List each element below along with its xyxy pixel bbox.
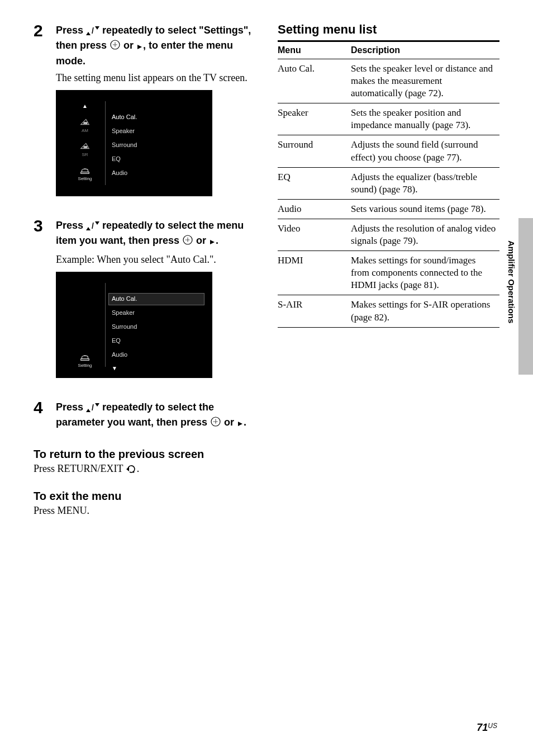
right-arrow-icon (237, 417, 244, 431)
setting-menu-table: Menu Description Auto Cal. Sets the spea… (278, 42, 499, 328)
step-2-title-pre: Press (56, 25, 86, 36)
tv1-menu-item-1: Speaker (112, 127, 137, 134)
tv1-up-arrow-icon: ▲ (82, 103, 88, 109)
side-tab-background (518, 218, 533, 375)
table-header-description: Description (351, 42, 499, 59)
tv1-menu-item-4: Audio (112, 169, 137, 176)
table-row: Speaker Sets the speaker position and im… (278, 103, 499, 135)
menu-cell: Speaker (278, 103, 351, 135)
tv2-setting-icon: Setting (78, 352, 92, 368)
svg-marker-0 (86, 32, 91, 35)
side-tab-label: Amplifier Operations (507, 240, 516, 323)
svg-point-11 (84, 168, 85, 169)
right-column: Setting menu list Menu Description Auto … (278, 22, 499, 522)
svg-marker-20 (86, 409, 91, 412)
step-2-number: 2 (34, 22, 56, 39)
return-text-post: . (137, 463, 140, 474)
tv2-menu-item-4: Audio (112, 351, 137, 358)
step-4-title-pre: Press (56, 401, 86, 413)
table-row: Video Adjusts the resolution of analog v… (278, 219, 499, 251)
table-row: Auto Cal. Sets the speaker level or dist… (278, 59, 499, 103)
exit-text: Press MENU. (34, 505, 255, 517)
desc-cell: Sets various sound items (page 78). (351, 199, 499, 219)
tv1-am-label: AM (82, 128, 88, 133)
return-text-pre: Press RETURN/EXIT (34, 463, 126, 474)
step-2-title-mid2: or (121, 40, 136, 51)
step-2: 2 Press / repeatedly to select "Settings… (34, 22, 255, 207)
right-arrow-icon (136, 40, 143, 54)
step-4-number: 4 (34, 399, 56, 416)
svg-marker-27 (126, 467, 129, 471)
page-number-suffix: US (488, 722, 497, 730)
desc-cell: Adjusts the equalizer (bass/treble sound… (351, 167, 499, 199)
tv2-menu-item-2: Surround (112, 323, 137, 330)
up-down-arrow-icon: / (86, 402, 99, 415)
table-row: Surround Adjusts the sound field (surrou… (278, 135, 499, 167)
tv1-menu-item-2: Surround (112, 141, 137, 148)
up-down-arrow-icon: / (86, 220, 99, 234)
svg-text:AM: AM (83, 122, 87, 125)
desc-cell: Adjusts the resolution of analog video s… (351, 219, 499, 251)
tv1-am-icon: AM AM (79, 117, 91, 133)
desc-cell: Adjusts the sound field (surround effect… (351, 135, 499, 167)
step-4-title-post: . (244, 417, 246, 428)
menu-cell: Surround (278, 135, 351, 167)
right-arrow-icon (209, 235, 216, 249)
tv2-menu-item-0: Auto Cal. (112, 295, 137, 302)
return-heading: To return to the previous screen (34, 448, 255, 461)
svg-marker-18 (210, 240, 215, 244)
svg-text:SR: SR (84, 146, 88, 149)
menu-cell: Audio (278, 199, 351, 219)
desc-cell: Sets the speaker position and impedance … (351, 103, 499, 135)
table-header-menu: Menu (278, 42, 351, 59)
svg-marker-1 (95, 26, 99, 30)
exit-heading: To exit the menu (34, 490, 255, 503)
tv2-down-arrow-icon: ▼ (112, 366, 117, 371)
svg-point-19 (84, 355, 85, 356)
svg-text:/: / (92, 403, 94, 412)
menu-cell: Video (278, 219, 351, 251)
tv1-menu-item-3: EQ (112, 155, 137, 162)
page-number: 71US (477, 722, 497, 734)
desc-cell: Sets the speaker level or distance and m… (351, 59, 499, 103)
step-3-title-post: . (216, 235, 218, 246)
tv-screen-1: ▲ AM AM SR SR Setting (56, 90, 212, 196)
enter-plus-icon (182, 234, 193, 249)
step-2-text: The setting menu list appears on the TV … (56, 71, 255, 84)
svg-marker-26 (238, 422, 242, 426)
step-4-title: Press / repeatedly to select the paramet… (56, 400, 255, 431)
tv2-menu-item-3: EQ (112, 337, 137, 344)
step-3-text: Example: When you select "Auto Cal.". (56, 253, 255, 266)
step-2-title: Press / repeatedly to select "Settings",… (56, 23, 255, 68)
tv1-sr-icon: SR SR (79, 141, 91, 157)
step-4-title-mid2: or (221, 417, 237, 428)
table-row: HDMI Makes settings for sound/images fro… (278, 251, 499, 295)
tv1-setting-label: Setting (78, 176, 92, 181)
table-row: EQ Adjusts the equalizer (bass/treble so… (278, 167, 499, 199)
tv2-divider (105, 283, 106, 367)
tv1-divider (105, 101, 106, 185)
tv1-menu-item-0: Auto Cal. (112, 114, 137, 120)
desc-cell: Makes settings for S-AIR operations (pag… (351, 295, 499, 327)
tv-screen-2: Setting Auto Cal. Speaker Surround EQ Au… (56, 272, 212, 378)
svg-point-28 (132, 471, 134, 472)
step-3-title: Press / repeatedly to select the menu it… (56, 219, 255, 249)
return-text: Press RETURN/EXIT . (34, 463, 255, 476)
enter-plus-icon (110, 39, 121, 54)
svg-marker-12 (86, 227, 91, 230)
svg-marker-6 (137, 45, 142, 49)
menu-cell: S-AIR (278, 295, 351, 327)
svg-text:/: / (92, 221, 94, 230)
step-3-title-pre: Press (56, 220, 86, 231)
menu-cell: HDMI (278, 251, 351, 295)
step-3: 3 Press / repeatedly to select the menu … (34, 218, 255, 389)
page-number-value: 71 (477, 722, 488, 733)
desc-cell: Makes settings for sound/images from com… (351, 251, 499, 295)
menu-cell: Auto Cal. (278, 59, 351, 103)
menu-cell: EQ (278, 167, 351, 199)
tv1-sr-label: SR (82, 152, 88, 157)
svg-marker-13 (95, 221, 99, 225)
step-3-title-mid2: or (193, 235, 209, 246)
step-4: 4 Press / repeatedly to select the param… (34, 399, 255, 434)
svg-text:/: / (92, 26, 94, 35)
